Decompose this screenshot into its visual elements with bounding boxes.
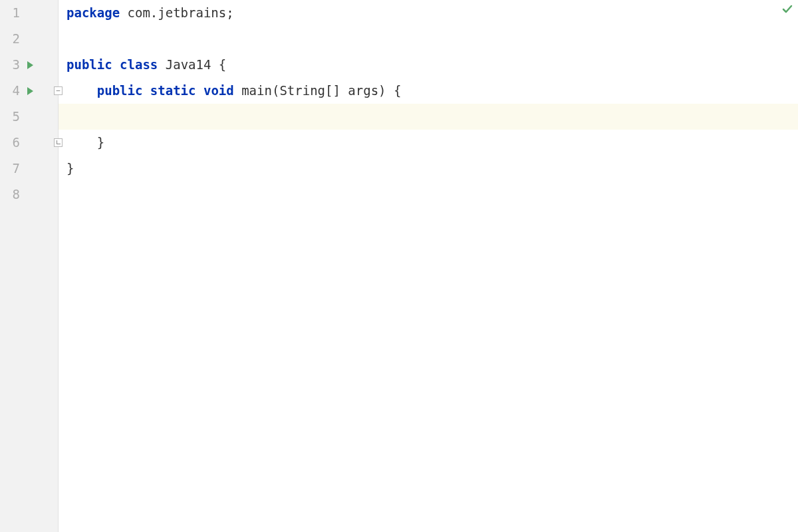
keyword-static: static — [150, 83, 196, 98]
code-line[interactable]: public class Java14 { — [59, 52, 798, 78]
keyword-void: void — [203, 83, 234, 98]
gutter-row: 8 — [0, 182, 58, 207]
line-number: 4 — [0, 78, 20, 104]
gutter-row: 4 — [0, 78, 58, 104]
close-brace: } — [66, 161, 74, 176]
code-line[interactable]: public static void main(String[] args) { — [59, 78, 798, 104]
open-brace: { — [219, 57, 226, 72]
semicolon: ; — [226, 5, 233, 20]
fold-collapse-icon[interactable] — [54, 86, 63, 95]
indent — [66, 135, 97, 150]
run-icon[interactable] — [25, 86, 35, 96]
package-name: com.jetbrains — [120, 5, 226, 20]
method-params: (String[] args) — [272, 83, 386, 98]
code-line[interactable]: package com.jetbrains; — [59, 0, 798, 26]
class-name: Java14 — [166, 57, 211, 72]
code-line[interactable] — [59, 26, 798, 52]
keyword-public: public — [66, 57, 112, 72]
keyword-class: class — [120, 57, 158, 72]
gutter-row: 7 — [0, 156, 58, 182]
code-line-current[interactable] — [59, 104, 798, 130]
code-line[interactable] — [59, 182, 798, 207]
line-number: 2 — [0, 26, 20, 52]
gutter-row: 5 — [0, 104, 58, 130]
gutter-row: 1 — [0, 0, 58, 26]
close-brace: } — [97, 135, 104, 150]
keyword-public: public — [97, 83, 143, 98]
cursor-line — [66, 109, 128, 124]
code-line[interactable]: } — [59, 130, 798, 156]
editor-gutter: 1 2 3 4 5 6 7 8 — [0, 0, 59, 532]
line-number: 7 — [0, 156, 20, 182]
gutter-row: 3 — [0, 52, 58, 78]
fold-end-icon[interactable] — [54, 138, 63, 147]
line-number: 5 — [0, 104, 20, 130]
line-number: 1 — [0, 0, 20, 26]
line-number: 8 — [0, 182, 20, 207]
gutter-row: 6 — [0, 130, 58, 156]
run-icon[interactable] — [25, 61, 35, 70]
line-number: 3 — [0, 52, 20, 78]
code-editor[interactable]: package com.jetbrains; public class Java… — [59, 0, 798, 532]
method-name: main — [241, 83, 272, 98]
open-brace: { — [394, 83, 401, 98]
line-number: 6 — [0, 130, 20, 156]
gutter-row: 2 — [0, 26, 58, 52]
code-line[interactable]: } — [59, 156, 798, 182]
keyword-package: package — [66, 5, 120, 20]
status-ok-icon[interactable] — [782, 4, 793, 15]
indent — [66, 83, 97, 98]
